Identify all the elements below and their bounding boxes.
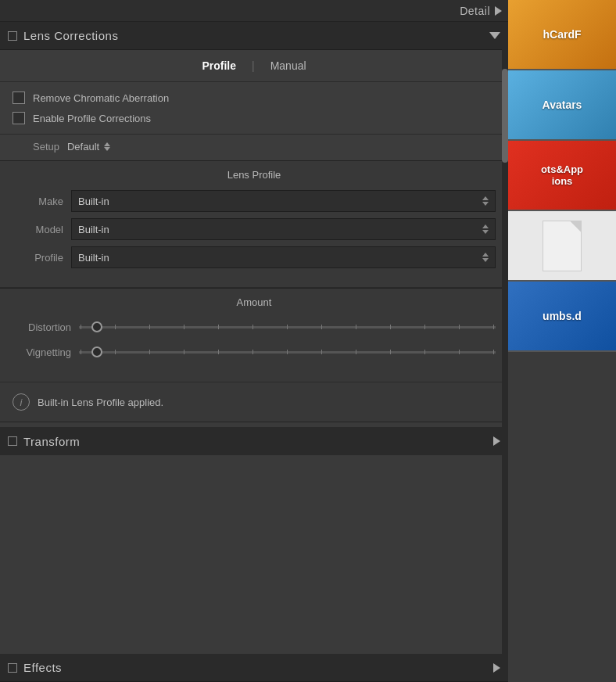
- distortion-slider-container: [79, 319, 496, 335]
- right-sidebar: hCardF Avatars ots&App ions umbs.d: [508, 0, 616, 682]
- file-document-icon: [543, 221, 582, 271]
- model-spinner-down: [482, 230, 489, 234]
- distortion-track: [79, 326, 496, 328]
- effects-title: Effects: [23, 661, 62, 674]
- distortion-thumb[interactable]: [91, 321, 102, 332]
- info-icon: i: [13, 393, 30, 411]
- vignetting-slider-row: Vignetting: [13, 344, 496, 360]
- main-panel: Detail Lens Corrections Profile | Manual…: [0, 0, 508, 682]
- effects-expand-icon[interactable]: [493, 663, 500, 673]
- enable-profile-label: Enable Profile Corrections: [33, 113, 151, 124]
- sidebar-item-1-label: hCardF: [543, 28, 582, 41]
- model-label: Model: [13, 224, 63, 235]
- scrollbar[interactable]: [502, 22, 508, 679]
- scrollbar-thumb[interactable]: [502, 69, 508, 163]
- sidebar-item-3-label: ots&App ions: [541, 163, 583, 187]
- setup-arrows: [104, 142, 110, 151]
- profile-select[interactable]: Built-in: [71, 246, 496, 268]
- lens-profile-title: Lens Profile: [13, 169, 496, 181]
- tick: [459, 350, 460, 354]
- info-section: i Built-in Lens Profile applied.: [0, 382, 508, 422]
- tick: [356, 350, 356, 354]
- detail-title: Detail: [460, 5, 490, 17]
- tick: [424, 350, 425, 354]
- setup-arrow-up: [104, 142, 110, 146]
- make-spinner-up: [482, 196, 489, 200]
- sidebar-item-4[interactable]: [508, 211, 616, 282]
- make-select[interactable]: Built-in: [71, 190, 496, 212]
- sidebar-item-2-label: Avatars: [543, 99, 582, 111]
- tick: [81, 325, 81, 329]
- setup-row: Setup Default: [0, 135, 508, 160]
- transform-header-left: Transform: [8, 435, 80, 448]
- tick: [115, 350, 116, 354]
- model-select[interactable]: Built-in: [71, 218, 496, 240]
- transform-checkbox[interactable]: [8, 436, 17, 446]
- profile-label: Profile: [13, 252, 63, 264]
- profile-value: Built-in: [78, 252, 109, 264]
- sidebar-item-1[interactable]: hCardF: [508, 0, 616, 70]
- model-spinner: [482, 224, 489, 234]
- tick: [287, 350, 288, 354]
- lens-corrections-header-left: Lens Corrections: [8, 29, 118, 42]
- effects-header-left: Effects: [8, 661, 62, 674]
- checkbox-row-profile: Enable Profile Corrections: [13, 112, 496, 124]
- tick: [321, 325, 322, 329]
- lens-profile-section: Lens Profile Make Built-in Model Built-i…: [0, 161, 508, 288]
- lens-corrections-expand-icon[interactable]: [489, 32, 500, 39]
- model-spinner-up: [482, 224, 489, 228]
- remove-ca-checkbox[interactable]: [13, 92, 25, 104]
- make-spinner-down: [482, 202, 489, 206]
- vignetting-label: Vignetting: [13, 346, 71, 358]
- tick: [252, 350, 253, 354]
- tick: [459, 325, 460, 329]
- tabs-row: Profile | Manual: [0, 50, 508, 82]
- make-label: Make: [13, 196, 63, 207]
- remove-ca-label: Remove Chromatic Aberration: [33, 92, 169, 104]
- detail-collapse-icon[interactable]: [495, 6, 502, 16]
- vignetting-slider-container: [79, 344, 496, 360]
- distortion-label: Distortion: [13, 321, 71, 333]
- transform-expand-icon[interactable]: [493, 436, 500, 446]
- sidebar-item-5-label: umbs.d: [543, 310, 582, 322]
- transform-header: Transform: [0, 427, 508, 455]
- make-spinner: [482, 196, 489, 206]
- tick: [321, 350, 322, 354]
- tick: [115, 325, 116, 329]
- tick: [218, 325, 219, 329]
- model-field-row: Model Built-in: [13, 218, 496, 240]
- sidebar-item-3[interactable]: ots&App ions: [508, 141, 616, 211]
- sidebar-item-2[interactable]: Avatars: [508, 70, 616, 141]
- tick: [390, 325, 391, 329]
- vignetting-track: [79, 351, 496, 354]
- profile-spinner-up: [482, 253, 489, 257]
- enable-profile-checkbox[interactable]: [13, 112, 25, 124]
- lens-corrections-panel: Profile | Manual Remove Chromatic Aberra…: [0, 50, 508, 422]
- detail-header: Detail: [0, 0, 508, 22]
- setup-dropdown[interactable]: Default: [67, 141, 110, 153]
- sidebar-item-5[interactable]: umbs.d: [508, 282, 616, 352]
- checkbox-row-ca: Remove Chromatic Aberration: [13, 92, 496, 104]
- info-text: Built-in Lens Profile applied.: [38, 397, 163, 408]
- vignetting-thumb[interactable]: [91, 346, 102, 357]
- distortion-slider-row: Distortion: [13, 319, 496, 335]
- lens-corrections-checkbox[interactable]: [8, 31, 17, 41]
- effects-checkbox[interactable]: [8, 663, 17, 673]
- lens-corrections-title: Lens Corrections: [23, 29, 118, 42]
- setup-arrow-down: [104, 147, 110, 151]
- setup-label: Setup: [33, 141, 59, 153]
- tick: [356, 325, 356, 329]
- effects-header: Effects: [0, 654, 508, 682]
- tab-profile[interactable]: Profile: [186, 56, 252, 75]
- tick: [493, 350, 494, 354]
- tick: [390, 350, 391, 354]
- tick: [149, 350, 150, 354]
- profile-field-row: Profile Built-in: [13, 246, 496, 268]
- profile-spinner-down: [482, 258, 489, 262]
- checkboxes-section: Remove Chromatic Aberration Enable Profi…: [0, 82, 508, 135]
- tick: [493, 325, 494, 329]
- make-value: Built-in: [78, 196, 109, 207]
- tick: [424, 325, 425, 329]
- tick: [184, 350, 184, 354]
- tab-manual[interactable]: Manual: [255, 56, 322, 75]
